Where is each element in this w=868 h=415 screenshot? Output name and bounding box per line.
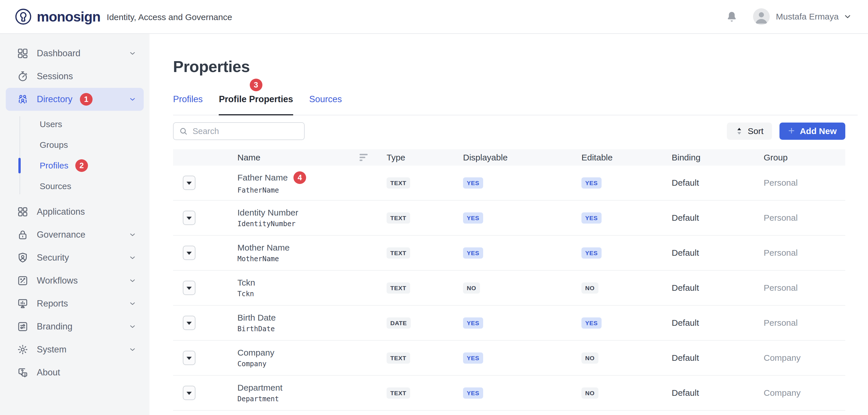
- cell-editable: YES: [582, 317, 672, 328]
- group-value: Personal: [764, 178, 845, 188]
- brand-logo[interactable]: monosign: [14, 7, 100, 26]
- property-name: Tckn: [238, 278, 255, 287]
- cell-name: DepartmentDepartment: [238, 383, 386, 403]
- caret-down-icon: [187, 217, 192, 220]
- cell-displayable: YES: [463, 212, 582, 223]
- row-actions-dropdown[interactable]: [183, 316, 195, 330]
- sidebar-item-label: Profiles: [40, 161, 68, 171]
- sidebar-item-label: Groups: [40, 140, 68, 150]
- displayable-badge: YES: [463, 352, 483, 364]
- row-actions-dropdown[interactable]: [183, 211, 195, 225]
- cell-type: TEXT: [386, 177, 463, 188]
- sidebar-item-label: Workflows: [37, 276, 78, 286]
- chevron-down-icon: [128, 231, 137, 239]
- sort-button[interactable]: Sort: [727, 123, 772, 140]
- table-row: CompanyCompanyTEXTYESNODefaultCompany: [173, 341, 845, 376]
- property-key: FatherName: [238, 186, 386, 194]
- user-avatar[interactable]: [753, 8, 770, 25]
- sidebar-item-sources[interactable]: Sources: [0, 176, 150, 197]
- property-key: BirthDate: [238, 325, 386, 333]
- tab-profiles[interactable]: Profiles: [173, 94, 203, 115]
- cell-name: Birth DateBirthDate: [238, 313, 386, 333]
- tab-sources[interactable]: Sources: [309, 94, 342, 115]
- directory-icon: [17, 93, 29, 105]
- header-cell-type: Type: [386, 153, 463, 163]
- cell-name: TcknTckn: [238, 278, 386, 298]
- cell-editable: NO: [582, 387, 672, 399]
- sidebar-item-label: Branding: [37, 321, 72, 332]
- user-menu-chevron-down-icon[interactable]: [843, 12, 852, 21]
- sidebar-item-applications[interactable]: Applications: [0, 200, 150, 223]
- chevron-down-icon: [128, 49, 137, 58]
- cell-name: Identity NumberIdentityNumber: [238, 208, 386, 228]
- sort-lines-icon[interactable]: [360, 154, 368, 161]
- cell-type: TEXT: [386, 282, 463, 293]
- column-label: Group: [764, 153, 787, 163]
- cell-actions: [173, 281, 238, 295]
- sidebar-item-label: Security: [37, 252, 69, 263]
- binding-value: Default: [672, 388, 764, 398]
- table-header-row: NameTypeDisplayableEditableBindingGroup: [173, 149, 845, 166]
- sidebar-item-label: Reports: [37, 299, 68, 309]
- reports-icon: [17, 298, 29, 310]
- caret-down-icon: [187, 252, 192, 255]
- cell-name: Mother NameMotherName: [238, 243, 386, 263]
- step-annotation-badge: 3: [250, 79, 262, 91]
- sidebar-item-groups[interactable]: Groups: [0, 135, 150, 155]
- sidebar-item-label: Sources: [40, 181, 71, 191]
- sidebar-item-dashboard[interactable]: Dashboard: [0, 42, 150, 65]
- sidebar-item-directory[interactable]: Directory1: [6, 88, 144, 111]
- binding-value: Default: [672, 213, 764, 223]
- displayable-badge: YES: [463, 177, 483, 188]
- add-new-button[interactable]: + Add New: [779, 123, 845, 140]
- sidebar-item-sessions[interactable]: Sessions: [0, 65, 150, 88]
- property-name-line: Tckn: [238, 278, 386, 287]
- property-name-line: Father Name4: [238, 171, 386, 184]
- column-label: Editable: [582, 153, 613, 163]
- chevron-down-icon: [128, 95, 137, 104]
- notifications-bell-icon[interactable]: [725, 10, 738, 23]
- step-annotation-badge: 4: [293, 171, 306, 184]
- sidebar-item-governance[interactable]: Governance: [0, 223, 150, 246]
- property-key: Department: [238, 395, 386, 403]
- cell-displayable: YES: [463, 352, 582, 364]
- property-key: Company: [238, 360, 386, 368]
- row-actions-dropdown[interactable]: [183, 281, 195, 295]
- cell-actions: [173, 246, 238, 260]
- type-badge: TEXT: [386, 282, 410, 293]
- table-row: DepartmentDepartmentTEXTYESNODefaultComp…: [173, 376, 845, 411]
- sidebar-item-users[interactable]: Users: [0, 114, 150, 135]
- row-actions-dropdown[interactable]: [183, 176, 195, 190]
- sidebar-item-label: Directory: [37, 94, 72, 104]
- row-actions-dropdown[interactable]: [183, 386, 195, 400]
- sidebar-item-label: About: [37, 367, 60, 378]
- editable-badge: YES: [582, 177, 601, 188]
- sidebar-item-label: Applications: [37, 207, 85, 217]
- tab-profile-properties[interactable]: Profile Properties3: [219, 94, 293, 115]
- sidebar-item-system[interactable]: System: [0, 338, 150, 361]
- chevron-down-icon: [128, 322, 137, 331]
- tab-label: Profile Properties: [219, 94, 293, 104]
- type-badge: TEXT: [386, 177, 410, 188]
- cell-name: CompanyCompany: [238, 348, 386, 368]
- brand-tagline: Identity, Access and Governance: [106, 12, 232, 22]
- search-input[interactable]: [192, 127, 299, 136]
- sidebar-item-security[interactable]: Security: [0, 246, 150, 269]
- cell-editable: YES: [582, 212, 672, 223]
- app-header: monosign Identity, Access and Governance…: [0, 0, 868, 34]
- sidebar-item-branding[interactable]: Branding: [0, 315, 150, 338]
- cell-editable: YES: [582, 247, 672, 258]
- properties-table: NameTypeDisplayableEditableBindingGroup …: [173, 149, 845, 411]
- chevron-down-icon: [128, 345, 137, 354]
- sidebar-item-workflows[interactable]: Workflows: [0, 269, 150, 292]
- cell-actions: [173, 176, 238, 190]
- row-actions-dropdown[interactable]: [183, 246, 195, 260]
- displayable-badge: NO: [463, 282, 480, 293]
- row-actions-dropdown[interactable]: [183, 351, 195, 365]
- sidebar-item-profiles[interactable]: Profiles2: [0, 155, 150, 176]
- property-key: MotherName: [238, 255, 386, 263]
- cell-displayable: YES: [463, 387, 582, 399]
- sidebar-item-reports[interactable]: Reports: [0, 292, 150, 315]
- sidebar-item-about[interactable]: About: [0, 361, 150, 384]
- user-name[interactable]: Mustafa Ermaya: [776, 12, 839, 22]
